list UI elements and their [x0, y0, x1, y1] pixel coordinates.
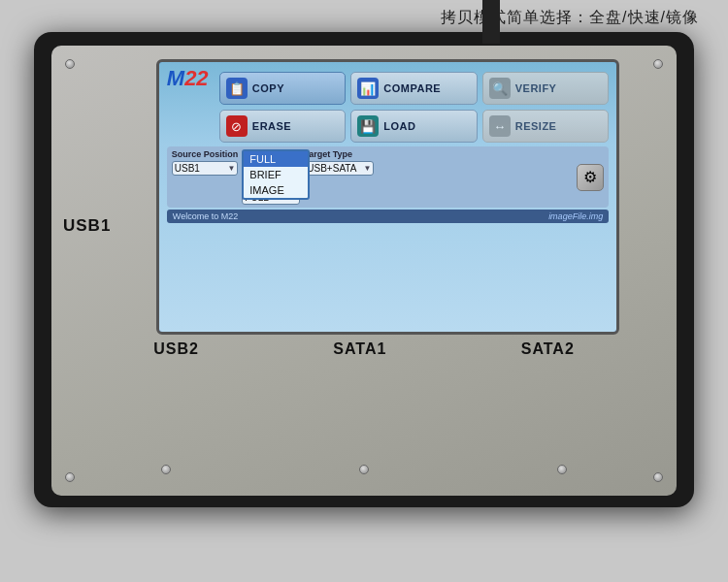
source-arrow: ▼	[227, 164, 235, 173]
target-arrow: ▼	[363, 164, 371, 173]
logo-m: M	[167, 66, 184, 90]
compare-icon: 📊	[357, 78, 379, 99]
screw-bottom-left-corner	[65, 472, 75, 482]
dropdown-area: Source Position USB1 ▼ FULL BRIEF IMAGE	[167, 146, 609, 208]
erase-button[interactable]: ⊘ ERASE	[219, 110, 346, 143]
resize-label: RESIZE	[515, 120, 557, 132]
screw-bottom-right-corner	[653, 472, 663, 482]
device-inner: USB1 M22 📋 COPY 📊 CO	[51, 46, 677, 496]
sata2-label: SATA2	[521, 340, 575, 358]
mode-group: FULL BRIEF IMAGE FULL ▼	[242, 149, 300, 205]
compare-label: COMPARE	[383, 82, 441, 94]
source-value: USB1	[175, 163, 200, 174]
screen-wrapper: M22 📋 COPY 📊 COMPARE �	[156, 59, 619, 335]
resize-button[interactable]: ↔ RESIZE	[482, 110, 609, 143]
bottom-screw-row	[67, 465, 661, 474]
copy-icon: 📋	[226, 78, 248, 99]
mode-option-full[interactable]: FULL	[244, 151, 308, 167]
button-grid: 📋 COPY 📊 COMPARE 🔍 VERIFY	[219, 72, 609, 143]
source-position-label: Source Position	[172, 149, 239, 159]
screen: M22 📋 COPY 📊 COMPARE �	[159, 62, 616, 332]
load-label: LOAD	[383, 120, 415, 132]
source-position-group: Source Position USB1 ▼	[172, 149, 239, 176]
verify-label: VERIFY	[515, 82, 557, 94]
usb2-label: USB2	[153, 340, 199, 358]
device-outer: USB1 M22 📋 COPY 📊 CO	[34, 32, 694, 507]
target-value: USB+SATA	[307, 163, 356, 174]
screw-bottom-center	[359, 465, 369, 474]
cable	[482, 0, 500, 44]
compare-button[interactable]: 📊 COMPARE	[350, 72, 477, 105]
copy-button[interactable]: 📋 COPY	[219, 72, 346, 105]
verify-icon: 🔍	[489, 78, 511, 99]
verify-button[interactable]: 🔍 VERIFY	[482, 72, 609, 105]
top-caption: 拷贝模式简单选择：全盘/快速/镜像	[0, 0, 728, 32]
resize-icon: ↔	[489, 115, 511, 137]
erase-label: ERASE	[252, 120, 291, 132]
status-text: Welcome to M22	[173, 211, 238, 221]
logo-22: 22	[184, 66, 208, 90]
mode-dropdown-list[interactable]: FULL BRIEF IMAGE	[242, 149, 310, 200]
screw-top-left	[65, 59, 75, 69]
screw-bottom-left	[161, 465, 171, 474]
load-button[interactable]: 💾 LOAD	[350, 110, 477, 143]
target-type-group: Target Type USB+SATA ▼	[304, 149, 374, 176]
usb1-label: USB1	[63, 216, 111, 236]
load-icon: 💾	[357, 115, 379, 137]
screw-bottom-right	[557, 465, 567, 474]
settings-button[interactable]: ⚙	[577, 164, 604, 191]
bottom-labels: USB2 SATA1 SATA2	[67, 340, 661, 358]
sata1-label: SATA1	[333, 340, 386, 358]
target-select[interactable]: USB+SATA ▼	[304, 161, 374, 176]
mode-option-image[interactable]: IMAGE	[244, 182, 308, 198]
copy-label: COPY	[252, 82, 284, 94]
target-type-label: Target Type	[304, 149, 374, 159]
mode-option-brief[interactable]: BRIEF	[244, 167, 308, 182]
screw-top-right	[653, 59, 663, 69]
erase-icon: ⊘	[226, 115, 248, 137]
status-bar: Welcome to M22 imageFile.img	[167, 210, 609, 223]
logo: M22	[167, 68, 209, 89]
source-select[interactable]: USB1 ▼	[172, 161, 239, 176]
file-text: imageFile.img	[548, 211, 603, 221]
